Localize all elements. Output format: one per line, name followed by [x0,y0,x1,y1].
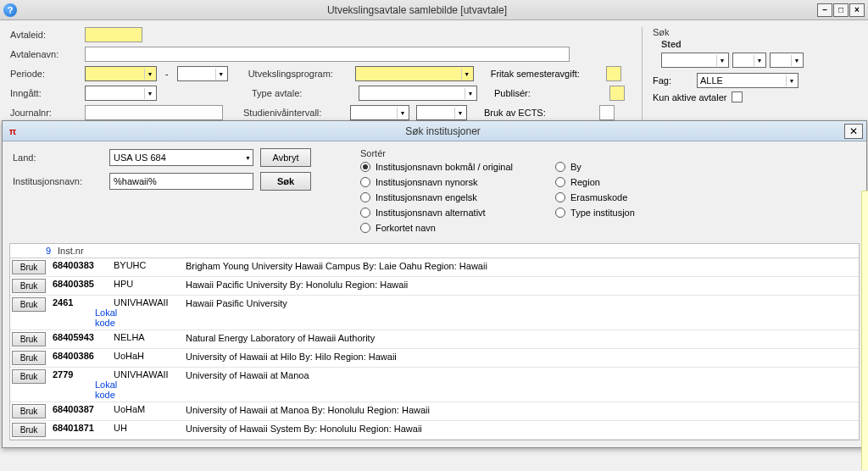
inngatt-combo[interactable]: ▼ [85,86,157,101]
sort-radio[interactable]: Type institusjon [555,208,635,218]
studieniva-to[interactable]: ▼ [416,105,467,120]
chevron-down-icon: ▼ [465,88,476,99]
land-combo[interactable]: USA US 684 ▼ [109,149,253,166]
inst-nr: 2461Lokal kode [53,297,114,328]
inngatt-label: Inngått: [10,88,78,98]
grid-header: 9 Inst.nr [10,244,859,258]
journalnr-input[interactable] [85,105,223,120]
app-icon: π [6,125,19,138]
inst-code: UoHaH [114,351,186,361]
inst-nr: 68401871 [53,423,114,433]
inst-desc: University of Hawaii at Manoa [186,369,857,381]
sort-radio[interactable]: Institusjonsnavn engelsk [360,192,513,202]
radio-icon [555,192,565,202]
radio-icon [555,177,565,187]
instnavn-input[interactable] [109,173,253,190]
sted-combo-2[interactable]: ▼ [732,53,766,68]
radio-label: Institusjonsnavn bokmål / original [376,162,513,172]
journalnr-label: Journalnr: [10,108,78,118]
maximize-button[interactable]: □ [833,3,849,17]
periode-to-combo[interactable]: ▼ [177,66,228,81]
radio-icon [360,223,370,233]
ects-box[interactable] [599,105,615,120]
bruk-button[interactable]: Bruk [12,423,46,437]
sort-radio[interactable]: Institusjonsnavn alternativt [360,208,513,218]
inst-nr: 2779Lokal kode [53,369,114,400]
utvekslingsprogram-combo[interactable]: ▼ [355,66,474,81]
inst-code: BYUHC [114,260,186,270]
radio-icon [360,208,370,218]
radio-label: Type institusjon [570,208,635,218]
radio-icon [360,162,370,172]
radio-label: Institusjonsnavn nynorsk [376,177,477,187]
search-dialog: π Søk institusjoner ✕ Land: USA US 684 ▼… [2,120,867,448]
main-form: Avtaleid: Avtalenavn: Periode: ▼ - ▼ Utv… [0,20,868,131]
chevron-down-icon: ▼ [461,69,472,80]
kun-aktive-checkbox[interactable] [732,91,743,103]
publiser-label: Publisér: [494,88,603,98]
bruk-button[interactable]: Bruk [12,332,46,346]
sort-radio[interactable]: Forkortet navn [360,223,513,233]
inst-nr: 68400385 [53,279,114,289]
sort-radio[interactable]: Institusjonsnavn bokmål / original [360,162,513,172]
chevron-down-icon: ▼ [144,88,155,99]
sted-combo-3[interactable]: ▼ [770,53,804,68]
sort-radio[interactable]: By [555,162,635,172]
sort-radio[interactable]: Institusjonsnavn nynorsk [360,177,513,187]
avtalenavn-input[interactable] [85,47,570,62]
instnavn-label: Institusjonsnavn: [13,176,103,186]
sok-button[interactable]: Søk [260,172,311,191]
sted-combo-1[interactable]: ▼ [661,53,729,68]
chevron-down-icon: ▼ [791,55,802,66]
table-row: Bruk 2461Lokal kode UNIVHAWAII Hawaii Pa… [10,296,859,330]
sort-radio[interactable]: Region [555,177,635,187]
avbryt-button[interactable]: Avbryt [260,148,311,167]
fritak-box[interactable] [606,66,621,81]
bruk-button[interactable]: Bruk [12,404,46,418]
inst-code: UH [114,423,186,433]
table-row: Bruk 68400383 BYUHC Brigham Young Univer… [10,258,859,277]
periode-from-combo[interactable]: ▼ [85,66,157,81]
bruk-button[interactable]: Bruk [12,351,46,365]
radio-icon [360,177,370,187]
sted-title: Sted [661,39,858,49]
bruk-button[interactable]: Bruk [12,369,46,384]
close-button[interactable]: × [849,3,865,17]
sort-radio[interactable]: Erasmuskode [555,192,635,202]
dialog-close-button[interactable]: ✕ [844,124,863,139]
studieniva-from[interactable]: ▼ [350,105,409,120]
radio-label: Forkortet navn [376,223,436,233]
kun-aktive-label: Kun aktive avtaler [653,92,726,103]
typeavtale-combo[interactable]: ▼ [359,86,477,101]
bruk-button[interactable]: Bruk [12,279,46,293]
window-title-bar: ? Utvekslingsavtale samlebilde [utvavtal… [0,0,868,20]
minimize-button[interactable]: – [817,3,832,17]
dialog-title: Søk institusjoner [19,125,866,137]
inst-nr: 68405943 [53,332,114,342]
utvekslingsprogram-label: Utvekslingsprogram: [248,69,348,79]
sok-title: Søk [653,27,858,37]
publiser-box[interactable] [609,86,625,101]
radio-label: Erasmuskode [570,192,627,202]
inst-desc: Brigham Young University Hawaii Campus B… [186,260,857,272]
inst-desc: University of Hawaii at Manoa By: Honolu… [186,404,857,416]
fritak-label: Fritak semesteravgift: [491,69,599,79]
fag-combo[interactable]: ALLE▼ [697,73,798,88]
radio-label: By [570,162,581,172]
typeavtale-label: Type avtale: [252,88,352,98]
inst-code: UoHaM [114,404,186,414]
radio-label: Institusjonsnavn alternativt [376,208,486,218]
radio-icon [555,208,565,218]
periode-label: Periode: [10,69,78,79]
bruk-button[interactable]: Bruk [12,297,46,312]
inst-desc: Hawaii Pasific University [186,297,857,309]
inst-desc: University of Hawaii at Hilo By: Hilo Re… [186,351,857,363]
radio-icon [360,192,370,202]
ects-label: Bruk av ECTS: [484,108,593,118]
side-strip [861,191,868,470]
help-icon[interactable]: ? [3,3,17,17]
avtaleid-input[interactable] [85,27,142,42]
inst-code: UNIVHAWAII [114,369,186,380]
bruk-button[interactable]: Bruk [12,260,46,274]
result-grid: 9 Inst.nr Bruk 68400383 BYUHC Brigham Yo… [9,243,860,441]
